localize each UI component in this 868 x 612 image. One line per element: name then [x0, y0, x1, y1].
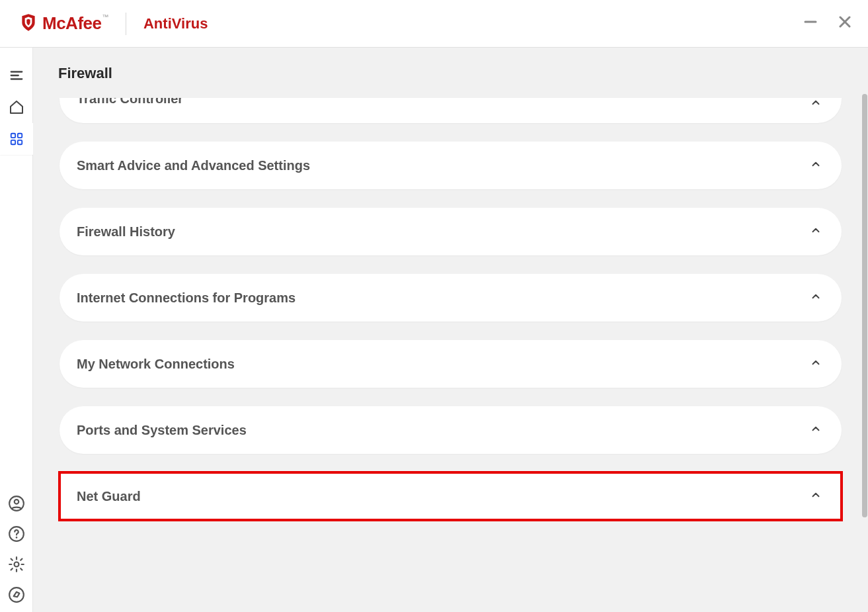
menu-icon: [9, 68, 24, 83]
chevron-up-icon: [810, 423, 822, 437]
card-my-network[interactable]: My Network Connections: [59, 340, 842, 388]
window-controls: [803, 15, 852, 32]
sidebar: [0, 48, 33, 612]
sidebar-help[interactable]: [7, 525, 26, 543]
chevron-up-icon: [810, 357, 822, 371]
svg-point-15: [9, 588, 24, 602]
svg-point-11: [14, 500, 19, 504]
card-label: Internet Connections for Programs: [77, 290, 296, 306]
sidebar-apps[interactable]: [0, 123, 33, 155]
help-icon: [8, 525, 25, 543]
svg-rect-6: [11, 134, 15, 138]
chevron-up-icon: [810, 489, 822, 503]
feedback-icon: [8, 586, 25, 603]
sidebar-menu[interactable]: [0, 60, 33, 91]
minimize-button[interactable]: [803, 15, 818, 32]
sidebar-home[interactable]: [0, 91, 33, 123]
card-label: Ports and System Services: [77, 423, 247, 438]
brand-name: McAfee™: [42, 13, 108, 34]
chevron-up-icon: [810, 98, 822, 111]
page-title: Firewall: [33, 48, 868, 99]
card-smart-advice[interactable]: Smart Advice and Advanced Settings: [59, 142, 842, 189]
sidebar-settings[interactable]: [7, 555, 26, 574]
svg-rect-7: [17, 134, 21, 138]
scrollbar-thumb[interactable]: [862, 94, 867, 517]
svg-point-14: [14, 562, 19, 567]
app-header: McAfee™ AntiVirus: [0, 0, 868, 48]
card-label: Traffic Controller: [77, 98, 183, 107]
card-traffic-controller[interactable]: Traffic Controller: [59, 98, 842, 123]
svg-rect-8: [11, 140, 15, 144]
scrollbar-track[interactable]: [861, 94, 868, 608]
gear-icon: [8, 556, 25, 573]
card-net-guard[interactable]: Net Guard: [59, 472, 842, 520]
card-label: My Network Connections: [77, 357, 235, 372]
card-label: Firewall History: [77, 224, 175, 240]
sidebar-account[interactable]: [7, 494, 26, 513]
chevron-up-icon: [810, 290, 822, 305]
svg-rect-9: [17, 140, 21, 144]
apps-icon: [9, 132, 24, 146]
card-firewall-history[interactable]: Firewall History: [59, 208, 842, 255]
chevron-up-icon: [810, 158, 822, 173]
sidebar-feedback[interactable]: [7, 586, 26, 604]
card-label: Net Guard: [77, 489, 141, 504]
chevron-up-icon: [810, 224, 822, 239]
brand-divider: [126, 13, 126, 35]
home-icon: [9, 99, 24, 115]
card-label: Smart Advice and Advanced Settings: [77, 158, 310, 173]
main-content: Firewall Traffic Controller Smart Advice…: [33, 48, 868, 612]
account-icon: [8, 495, 25, 512]
mcafee-shield-icon: [20, 13, 37, 35]
card-internet-connections[interactable]: Internet Connections for Programs: [59, 274, 842, 322]
sidebar-bottom: [0, 494, 33, 604]
brand-logo: McAfee™ AntiVirus: [20, 13, 208, 35]
svg-point-13: [15, 537, 17, 539]
product-name: AntiVirus: [143, 15, 208, 32]
card-ports-services[interactable]: Ports and System Services: [59, 406, 842, 454]
cards-list: Traffic Controller Smart Advice and Adva…: [33, 98, 868, 612]
close-button[interactable]: [838, 15, 852, 32]
